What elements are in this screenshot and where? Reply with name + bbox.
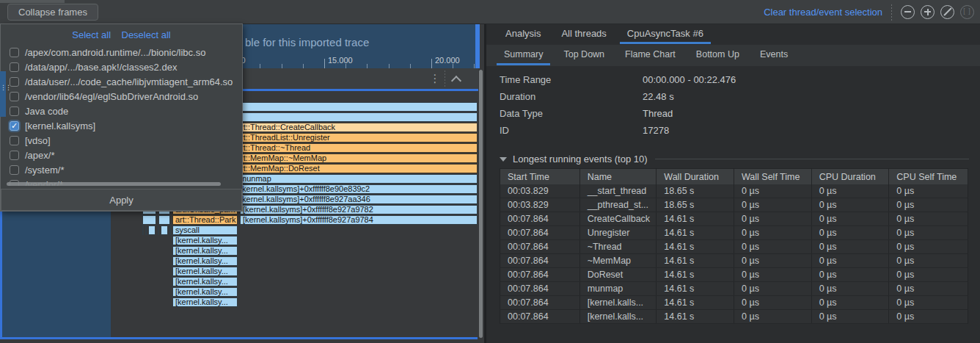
column-header[interactable]: Wall Self Time: [734, 169, 812, 184]
clear-selection-link[interactable]: Clear thread/event selection: [764, 7, 882, 18]
subtab-bottom-up[interactable]: Bottom Up: [687, 45, 748, 66]
flame-bar[interactable]: [kernel.kallsy...: [172, 256, 238, 266]
table-cell: 0 µs: [734, 310, 812, 323]
table-row[interactable]: 00:03.829__pthread_st...18.65 s0 µs0 µs0…: [500, 198, 968, 212]
subtab-events[interactable]: Events: [751, 45, 797, 66]
flame-bar[interactable]: [158, 215, 170, 225]
table-row[interactable]: 00:07.864~MemMap14.61 s0 µs0 µs0 µs: [500, 254, 968, 268]
frame-filter-item[interactable]: /data/app/.../base.apk!/classes2.dex: [1, 59, 242, 74]
table-cell: 0 µs: [812, 198, 890, 212]
table-cell: 0 µs: [734, 212, 812, 225]
table-row[interactable]: 00:07.864[kernel.kalls...14.61 s0 µs0 µs…: [500, 296, 968, 310]
table-cell: ~MemMap: [580, 254, 657, 267]
checkbox-icon[interactable]: [10, 165, 19, 175]
table-row[interactable]: 00:07.864Unregister14.61 s0 µs0 µs0 µs: [500, 226, 968, 240]
table-cell: 0 µs: [889, 282, 968, 295]
frame-filter-item[interactable]: /data/user/.../code_cache/libjvmtiagent_…: [1, 74, 242, 89]
deselect-all-link[interactable]: Deselect all: [122, 29, 171, 40]
column-header[interactable]: Start Time: [500, 169, 580, 184]
flame-bar[interactable]: [158, 225, 159, 235]
frame-filter-item[interactable]: /vendor/lib64/egl/eglSubDriverAndroid.so: [1, 89, 242, 104]
table-cell: 0 µs: [889, 254, 968, 267]
table-cell: __pthread_st...: [580, 198, 657, 212]
apply-button[interactable]: Apply: [1, 189, 242, 211]
collapse-frames-button[interactable]: Collapse frames: [7, 4, 98, 21]
table-row[interactable]: 00:07.864munmap14.61 s0 µs0 µs0 µs: [500, 282, 968, 296]
flame-bar[interactable]: [kernel.kallsyms]+0xffffff8e927a9782: [240, 205, 478, 214]
frame-filter-item[interactable]: ✓[kernel.kallsyms]: [1, 118, 242, 133]
track-drag-handle[interactable]: [0, 71, 6, 117]
select-all-link[interactable]: Select all: [72, 29, 111, 40]
frame-filter-item-label: Java code: [25, 106, 68, 117]
checkbox-icon[interactable]: [10, 77, 19, 87]
flame-bar[interactable]: syscall: [172, 225, 238, 235]
flame-bar[interactable]: [kernel.kallsy...: [172, 277, 238, 286]
subtab-flame-chart[interactable]: Flame Chart: [616, 45, 684, 66]
column-header[interactable]: CPU Duration: [812, 169, 890, 184]
flame-bar[interactable]: [148, 225, 156, 235]
table-row[interactable]: 00:07.864~Thread14.61 s0 µs0 µs0 µs: [500, 240, 968, 254]
column-header[interactable]: Name: [580, 169, 657, 184]
zoom-out-icon[interactable]: [901, 5, 915, 19]
flame-bar[interactable]: [kernel.kallsy...: [172, 267, 238, 276]
checkbox-icon[interactable]: [10, 106, 19, 116]
column-header[interactable]: CPU Self Time: [889, 169, 968, 184]
flame-bar-label: [kernel.kallsy...: [172, 277, 228, 286]
subtab-summary[interactable]: Summary: [495, 45, 552, 66]
flame-bar[interactable]: [kernel.kallsy...: [172, 297, 238, 307]
table-cell: 00:07.864: [500, 310, 580, 323]
flame-bar[interactable]: [142, 215, 156, 225]
table-row[interactable]: 00:07.864DoReset14.61 s0 µs0 µs0 µs: [500, 268, 968, 282]
track-options-icon[interactable]: ⋮: [428, 72, 442, 85]
reset-zoom-icon[interactable]: [940, 5, 954, 19]
flame-bar[interactable]: [kernel.kallsy...: [172, 287, 238, 297]
zoom-to-selection-icon[interactable]: [ ]: [960, 5, 974, 19]
summary-value: Thread: [643, 108, 673, 119]
subtab-top-down[interactable]: Top Down: [555, 45, 613, 66]
table-cell: 0 µs: [889, 226, 968, 239]
timeline-major-tick: [431, 59, 432, 68]
flame-bar[interactable]: [145, 225, 147, 235]
checkbox-icon[interactable]: [10, 136, 19, 145]
flame-bar[interactable]: [kernel.kallsyms]+0xffffff8e927a9784: [240, 215, 478, 225]
flame-bar[interactable]: [kernel.kallsy...: [172, 246, 238, 256]
frame-filter-item[interactable]: Java code: [1, 104, 242, 118]
flame-chart-vertical-scrollbar[interactable]: [479, 70, 483, 338]
zoom-in-icon[interactable]: [921, 5, 935, 19]
table-cell: 0 µs: [889, 310, 968, 323]
table-cell: 0 µs: [812, 268, 890, 281]
flame-bar-label: syscall: [172, 225, 200, 235]
column-header[interactable]: Wall Duration: [657, 169, 734, 184]
table-cell: DoReset: [580, 268, 657, 281]
flame-bar[interactable]: [kernel.kallsy...: [172, 236, 238, 245]
flame-bar[interactable]: [169, 225, 171, 235]
frame-filter-item[interactable]: [vdso]: [1, 133, 242, 148]
analysis-label: Analysis: [497, 24, 549, 45]
checkbox-icon[interactable]: [10, 151, 19, 160]
flame-bar[interactable]: [142, 225, 144, 235]
frame-filter-item[interactable]: /apex/com.android.runtime/.../bionic/lib…: [1, 45, 242, 59]
table-row[interactable]: 00:07.864[kernel.kalls...14.61 s0 µs0 µs…: [500, 310, 968, 324]
longest-events-header[interactable]: Longest running events (top 10): [500, 154, 969, 165]
frame-filter-item-label: [kernel.kallsyms]: [25, 120, 95, 131]
flame-bar[interactable]: [161, 225, 168, 235]
collapse-track-icon[interactable]: [452, 75, 461, 84]
checkbox-icon[interactable]: [10, 62, 19, 72]
checkbox-icon[interactable]: [10, 92, 19, 101]
table-row[interactable]: 00:07.864CreateCallback14.61 s0 µs0 µs0 …: [500, 212, 968, 226]
frame-filter-item[interactable]: /apex/*: [1, 148, 242, 162]
checkbox-icon[interactable]: [10, 48, 19, 57]
tab-all-threads[interactable]: All threads: [552, 24, 615, 45]
selection-right-edge[interactable]: [475, 24, 480, 68]
frame-filter-item[interactable]: /system/*: [1, 162, 242, 177]
frame-filter-item-label: /apex/*: [25, 150, 54, 161]
filter-horizontal-scrollbar[interactable]: [7, 182, 221, 186]
table-cell: 18.65 s: [657, 184, 734, 198]
flame-bar[interactable]: art::Thread::Park: [172, 215, 238, 225]
tab-cpuasynctask-6[interactable]: CpuAsyncTask #6: [618, 24, 712, 45]
table-cell: 0 µs: [734, 184, 812, 198]
frame-filter-item-label: [vdso]: [25, 135, 51, 146]
checkbox-icon[interactable]: ✓: [10, 121, 19, 131]
summary-value: 00:00.000 - 00:22.476: [643, 74, 736, 85]
table-row[interactable]: 00:03.829__start_thread18.65 s0 µs0 µs0 …: [500, 184, 968, 198]
